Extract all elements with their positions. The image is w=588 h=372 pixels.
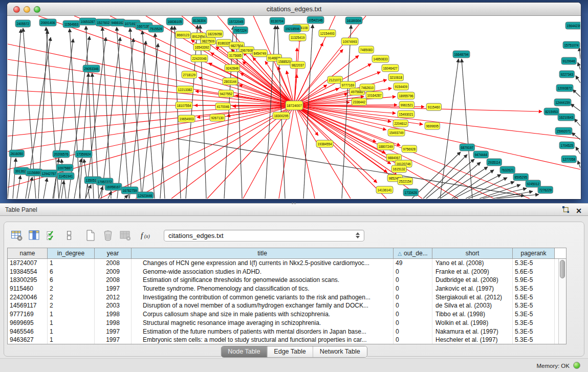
cell-pagerank[interactable]: 5.9E-5 [513, 276, 555, 285]
tab-network-table[interactable]: Network Table [313, 346, 367, 357]
cell-in_degree[interactable]: 1 [48, 319, 95, 327]
cell-name[interactable]: 9777169 [8, 310, 48, 319]
cell-title[interactable]: Tourette syndrome. Phenomenology and cla… [132, 285, 394, 293]
cell-out_de[interactable]: 0 [394, 285, 432, 293]
cell-in_degree[interactable]: 1 [48, 259, 95, 268]
column-header-in_degree[interactable]: in_degree [48, 248, 95, 258]
cell-year[interactable]: 2009 [95, 268, 132, 276]
cell-out_de[interactable]: 0 [394, 327, 432, 336]
cell-out_de[interactable]: 0 [394, 319, 432, 327]
table-options-icon[interactable] [9, 228, 25, 243]
column-header-name[interactable]: name [8, 248, 48, 258]
cell-pagerank[interactable]: 5.3E-5 [513, 336, 555, 344]
row-visibility-icon[interactable] [61, 228, 77, 243]
cell-year[interactable]: 1997 [95, 285, 132, 293]
cell-out_de[interactable]: 49 [394, 259, 432, 268]
close-panel-icon[interactable]: ✕ [576, 207, 582, 215]
cell-in_degree[interactable]: 1 [48, 327, 95, 336]
cell-out_de[interactable]: 0 [394, 293, 432, 302]
network-window-titlebar[interactable]: citations_edges.txt [7, 3, 581, 16]
table-row[interactable]: 1938455462009Genome-wide association stu… [8, 268, 558, 276]
cell-name[interactable]: 14569117 [8, 301, 48, 310]
cell-out_de[interactable]: 0 [394, 336, 432, 344]
column-header-out_de[interactable]: △out_de... [394, 248, 432, 258]
table-selector-dropdown[interactable]: citations_edges.txt [164, 230, 364, 242]
cell-in_degree[interactable]: 1 [48, 336, 95, 344]
table-row[interactable]: 2242004622012Investigating the contribut… [8, 293, 558, 302]
cell-in_degree[interactable]: 2 [48, 285, 95, 293]
cell-short[interactable]: Stergiakouli et al. (2012) [432, 293, 513, 302]
cell-in_degree[interactable]: 1 [48, 310, 95, 319]
cell-year[interactable]: 2012 [95, 293, 132, 302]
citation-network-graph[interactable]: 1830029519384554212107297771694975682746… [8, 16, 580, 199]
cell-pagerank[interactable]: 5.3E-5 [513, 310, 555, 319]
cell-year[interactable]: 1997 [95, 327, 132, 336]
cell-short[interactable]: Nakamura et al. (1997) [432, 327, 513, 336]
table-scrollbar[interactable] [558, 259, 566, 344]
cell-short[interactable]: Tibbo et al. (1998) [432, 310, 513, 319]
cell-out_de[interactable]: 0 [394, 301, 432, 310]
splitter-handle[interactable] [290, 202, 297, 205]
table-row[interactable]: 1872400712008Changes of HCN gene express… [8, 259, 558, 268]
cell-title[interactable]: Estimation of the future numbers of pati… [132, 327, 394, 336]
cell-name[interactable]: 9115460 [8, 285, 48, 293]
cell-year[interactable]: 2008 [95, 276, 132, 285]
cell-pagerank[interactable]: 5.5E-5 [513, 293, 555, 302]
cell-name[interactable]: 9465546 [8, 327, 48, 336]
tab-edge-table[interactable]: Edge Table [267, 346, 312, 357]
cell-in_degree[interactable]: 2 [48, 301, 95, 310]
table-row[interactable]: 1830029562008Estimation of significance … [8, 276, 558, 285]
function-builder-icon[interactable]: f (x) [138, 228, 154, 243]
cell-name[interactable]: 19384554 [8, 268, 48, 276]
cell-name[interactable]: 22420046 [8, 293, 48, 302]
column-header-title[interactable]: title [132, 248, 394, 258]
cell-title[interactable]: Investigating the contribution of common… [132, 293, 394, 302]
cell-name[interactable]: 18300295 [8, 276, 48, 285]
float-panel-icon[interactable] [562, 206, 570, 215]
cell-title[interactable]: Estimation of significance thresholds fo… [132, 276, 394, 285]
scrollbar-thumb[interactable] [560, 260, 565, 278]
cell-short[interactable]: Yano et al. (2008) [432, 259, 513, 268]
delete-entries-icon[interactable] [100, 228, 116, 243]
cell-out_de[interactable]: 0 [394, 268, 432, 276]
cell-title[interactable]: Changes of HCN gene expression and I(f) … [132, 259, 394, 268]
cell-name[interactable]: 18724007 [8, 259, 48, 268]
table-row[interactable]: 946362711997Embryonic stem cells: a mode… [8, 336, 558, 344]
cell-title[interactable]: Genome-wide association studies in ADHD. [132, 268, 394, 276]
column-header-pagerank[interactable]: pagerank [513, 248, 555, 258]
show-hide-columns-icon[interactable] [27, 228, 42, 243]
cell-pagerank[interactable]: 5.3E-5 [513, 285, 555, 293]
table-row[interactable]: 969969511998Structural magnetic resonanc… [8, 319, 558, 327]
cell-out_de[interactable]: 0 [394, 310, 432, 319]
cell-short[interactable]: Dudbridge et al. (2008) [432, 276, 513, 285]
cell-title[interactable]: Corpus callosum shape and size in male p… [132, 310, 394, 319]
cell-name[interactable]: 9699695 [8, 319, 48, 327]
cell-pagerank[interactable]: 5.6E-5 [513, 268, 555, 276]
cell-pagerank[interactable]: 5.3E-5 [513, 319, 555, 327]
cell-in_degree[interactable]: 2 [48, 293, 95, 302]
cell-title[interactable]: Structural magnetic resonance image aver… [132, 319, 394, 327]
cell-year[interactable]: 1998 [95, 310, 132, 319]
cell-short[interactable]: Jankovic et al. (1997) [432, 285, 513, 293]
cell-name[interactable]: 9463627 [8, 336, 48, 344]
table-row[interactable]: 1456911722003Disruption of a novel membe… [8, 301, 558, 310]
column-header-year[interactable]: year [95, 248, 132, 258]
cell-title[interactable]: Embryonic stem cells: a model to study s… [132, 336, 394, 344]
cell-pagerank[interactable]: 5.3E-5 [513, 301, 555, 310]
cell-out_de[interactable]: 0 [394, 276, 432, 285]
cell-short[interactable]: Franke et al. (2009) [432, 268, 513, 276]
new-table-icon[interactable] [83, 228, 98, 243]
cell-short[interactable]: Wolkin et al. (1998) [432, 319, 513, 327]
cell-year[interactable]: 1998 [95, 319, 132, 327]
tab-node-table[interactable]: Node Table [221, 346, 267, 357]
cell-year[interactable]: 1997 [95, 336, 132, 344]
cell-in_degree[interactable]: 6 [48, 268, 95, 276]
cell-title[interactable]: Disruption of a novel member of a sodium… [132, 301, 394, 310]
cell-year[interactable]: 2003 [95, 301, 132, 310]
cell-short[interactable]: Hescheler et al. (1997) [432, 336, 513, 344]
delete-table-icon[interactable] [118, 228, 133, 243]
cell-pagerank[interactable]: 5.3E-5 [513, 327, 555, 336]
cell-in_degree[interactable]: 6 [48, 276, 95, 285]
network-canvas[interactable]: 1830029519384554212107297771694975682746… [8, 16, 580, 199]
cell-short[interactable]: de Silva et al. (2003) [432, 301, 513, 310]
